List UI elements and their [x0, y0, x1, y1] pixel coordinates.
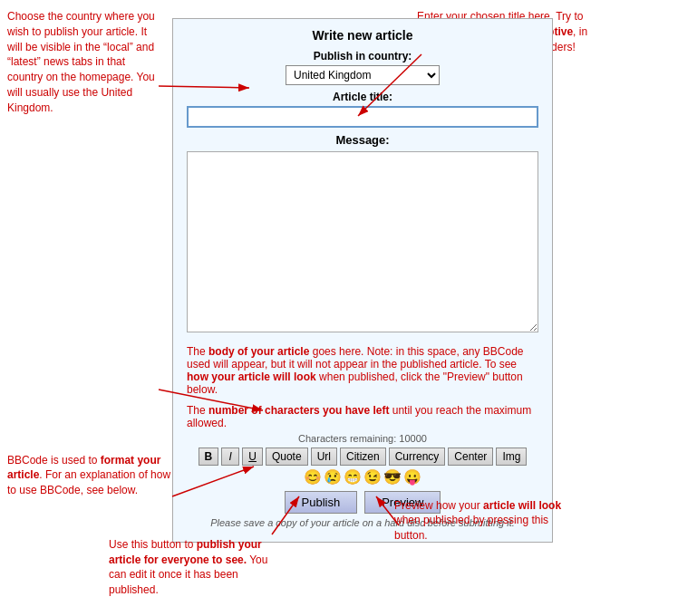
message-label: Message:	[187, 133, 538, 147]
emoji-sad: 😢	[324, 468, 342, 486]
message-textarea[interactable]	[187, 151, 538, 332]
annotation-publish: Use this button to publish your article …	[109, 537, 286, 598]
bb-center-button[interactable]: Center	[448, 448, 493, 466]
country-label: Publish in country:	[187, 50, 538, 63]
annotation-preview: Preview how your article will look when …	[394, 498, 576, 544]
publish-button[interactable]: Publish	[285, 491, 358, 514]
emoji-cool: 😎	[383, 468, 402, 486]
emoji-tongue: 😛	[403, 468, 421, 486]
bb-bold-button[interactable]: B	[199, 448, 219, 466]
bb-citizen-button[interactable]: Citizen	[340, 448, 386, 466]
bb-currency-button[interactable]: Currency	[389, 448, 446, 466]
bb-underline-button[interactable]: U	[242, 448, 263, 466]
country-row: Publish in country: United Kingdom Unite…	[187, 50, 538, 85]
emoji-smile: 😊	[304, 468, 322, 486]
bb-italic-button[interactable]: I	[221, 448, 239, 466]
annotation-bbcode: BBCode is used to format your article. F…	[7, 453, 175, 498]
annotation-country: Choose the country where you wish to pub…	[7, 9, 161, 116]
title-row: Article title:	[187, 91, 538, 128]
message-help-text: The body of your article goes here. Note…	[187, 341, 538, 400]
form-title: Write new article	[187, 28, 538, 43]
country-select[interactable]: United Kingdom United States Germany	[286, 65, 440, 85]
bb-url-button[interactable]: Url	[311, 448, 337, 466]
article-title-input[interactable]	[187, 106, 538, 128]
bbcode-toolbar: B I U Quote Url Citizen Currency Center …	[187, 448, 538, 486]
chars-help-text: The number of characters you have left u…	[187, 404, 538, 429]
bb-img-button[interactable]: Img	[496, 448, 527, 466]
emoji-wink: 😉	[363, 468, 382, 486]
emoji-grin: 😁	[344, 468, 362, 486]
article-form: Write new article Publish in country: Un…	[172, 18, 553, 543]
chars-remaining: Characters remaining: 10000	[187, 433, 538, 444]
message-row: Message:	[187, 133, 538, 335]
emoji-row: 😊 😢 😁 😉 😎 😛	[304, 468, 421, 486]
bb-quote-button[interactable]: Quote	[266, 448, 308, 466]
article-title-label: Article title:	[187, 91, 538, 103]
